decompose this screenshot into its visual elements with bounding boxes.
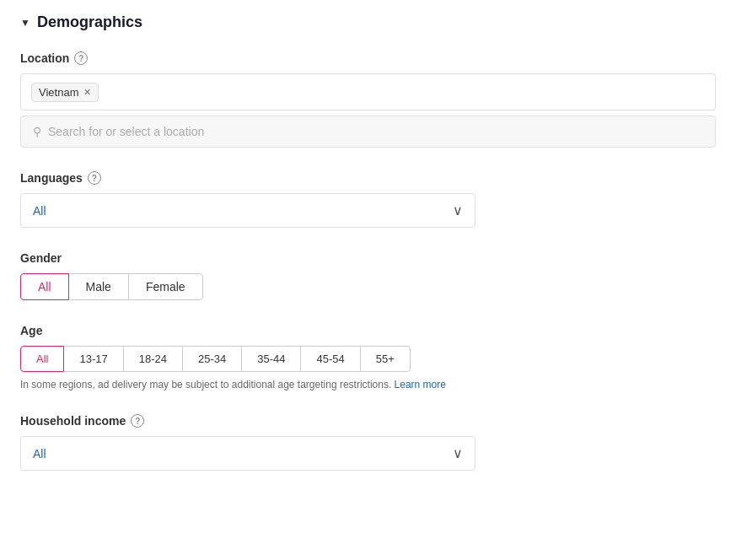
age-btn-25-34[interactable]: 25-34 (182, 346, 242, 372)
age-btn-35-44[interactable]: 35-44 (241, 346, 301, 372)
location-label-text: Location (20, 51, 69, 65)
age-btn-13-17[interactable]: 13-17 (63, 346, 123, 372)
gender-label: Gender (20, 251, 716, 265)
household-income-select[interactable]: All ∨ (20, 436, 475, 471)
location-label: Location ? (20, 51, 716, 65)
age-field: Age All 13-17 18-24 25-34 35-44 45-54 55… (20, 324, 716, 390)
languages-select[interactable]: All ∨ (20, 193, 475, 228)
languages-field: Languages ? All ∨ (20, 171, 716, 228)
age-note: In some regions, ad delivery may be subj… (20, 379, 716, 390)
location-tags-box[interactable]: Vietnam × (20, 73, 716, 110)
languages-value: All (33, 204, 46, 218)
gender-btn-male[interactable]: Male (68, 273, 129, 300)
gender-field: Gender All Male Female (20, 251, 716, 300)
gender-label-text: Gender (20, 251, 62, 265)
age-btn-55-plus[interactable]: 55+ (360, 346, 411, 372)
languages-label-text: Languages (20, 171, 83, 185)
household-income-field: Household income ? All ∨ (20, 414, 716, 471)
languages-chevron-icon: ∨ (453, 202, 463, 218)
household-income-chevron-icon: ∨ (453, 445, 463, 461)
household-income-help-icon[interactable]: ? (131, 414, 144, 428)
languages-label: Languages ? (20, 171, 716, 185)
age-btn-18-24[interactable]: 18-24 (123, 346, 183, 372)
location-help-icon[interactable]: ? (74, 51, 88, 65)
age-btn-all[interactable]: All (20, 346, 64, 372)
age-learn-more-link[interactable]: Learn more (395, 379, 446, 390)
age-label: Age (20, 324, 716, 337)
age-btn-45-54[interactable]: 45-54 (300, 346, 360, 372)
household-income-label-text: Household income (20, 414, 126, 428)
location-search-box[interactable]: ⚲ Search for or select a location (20, 116, 716, 148)
gender-btn-all[interactable]: All (20, 273, 69, 300)
location-tag-vietnam: Vietnam × (31, 83, 99, 102)
collapse-arrow-icon: ▼ (20, 17, 30, 29)
gender-btn-female[interactable]: Female (128, 273, 203, 300)
household-income-value: All (33, 447, 46, 460)
tag-label: Vietnam (39, 86, 78, 99)
tag-remove-button[interactable]: × (83, 86, 90, 98)
location-field: Location ? Vietnam × ⚲ Search for or sel… (20, 51, 716, 148)
languages-help-icon[interactable]: ? (88, 171, 101, 185)
search-icon: ⚲ (33, 125, 41, 138)
section-title: Demographics (37, 13, 142, 31)
age-label-text: Age (20, 324, 42, 337)
gender-button-group: All Male Female (20, 273, 716, 300)
age-button-group: All 13-17 18-24 25-34 35-44 45-54 55+ (20, 346, 716, 372)
section-header[interactable]: ▼ Demographics (20, 13, 716, 31)
age-note-text: In some regions, ad delivery may be subj… (20, 379, 391, 390)
location-search-placeholder: Search for or select a location (48, 125, 204, 138)
household-income-label: Household income ? (20, 414, 716, 428)
